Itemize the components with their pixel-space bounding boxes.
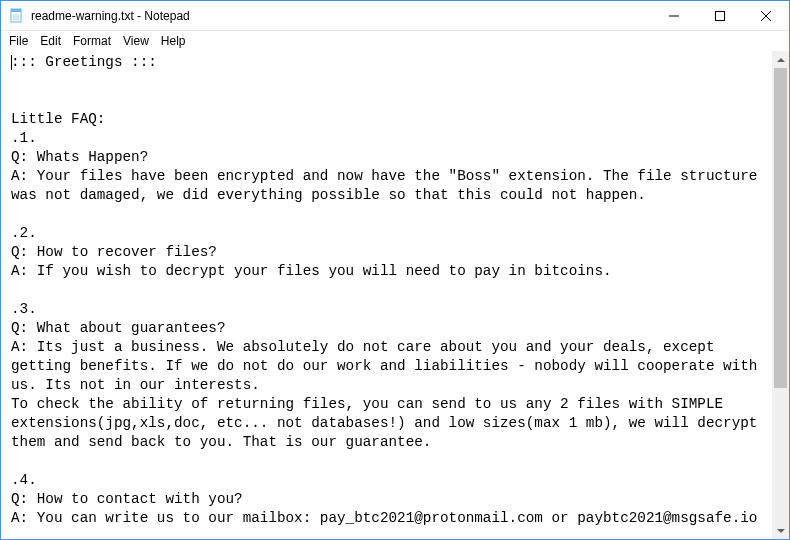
menu-format[interactable]: Format <box>69 34 115 48</box>
vertical-scrollbar[interactable] <box>772 51 789 539</box>
minimize-button[interactable] <box>651 1 697 30</box>
scroll-thumb[interactable] <box>774 68 787 388</box>
document-text: ::: Greetings ::: Little FAQ: .1. Q: Wha… <box>11 54 766 526</box>
svg-marker-10 <box>777 529 785 533</box>
menubar: File Edit Format View Help <box>1 31 789 51</box>
svg-rect-1 <box>11 9 21 12</box>
scroll-down-button[interactable] <box>772 522 789 539</box>
maximize-button[interactable] <box>697 1 743 30</box>
close-button[interactable] <box>743 1 789 30</box>
menu-help[interactable]: Help <box>157 34 190 48</box>
notepad-icon <box>9 8 25 24</box>
content-area: ::: Greetings ::: Little FAQ: .1. Q: Wha… <box>1 51 789 539</box>
svg-rect-6 <box>716 11 725 20</box>
svg-marker-9 <box>777 58 785 62</box>
window-controls <box>651 1 789 30</box>
window-title: readme-warning.txt - Notepad <box>31 9 651 23</box>
menu-view[interactable]: View <box>119 34 153 48</box>
scroll-up-button[interactable] <box>772 51 789 68</box>
menu-edit[interactable]: Edit <box>36 34 65 48</box>
titlebar: readme-warning.txt - Notepad <box>1 1 789 31</box>
text-editor[interactable]: ::: Greetings ::: Little FAQ: .1. Q: Wha… <box>1 51 772 539</box>
menu-file[interactable]: File <box>5 34 32 48</box>
